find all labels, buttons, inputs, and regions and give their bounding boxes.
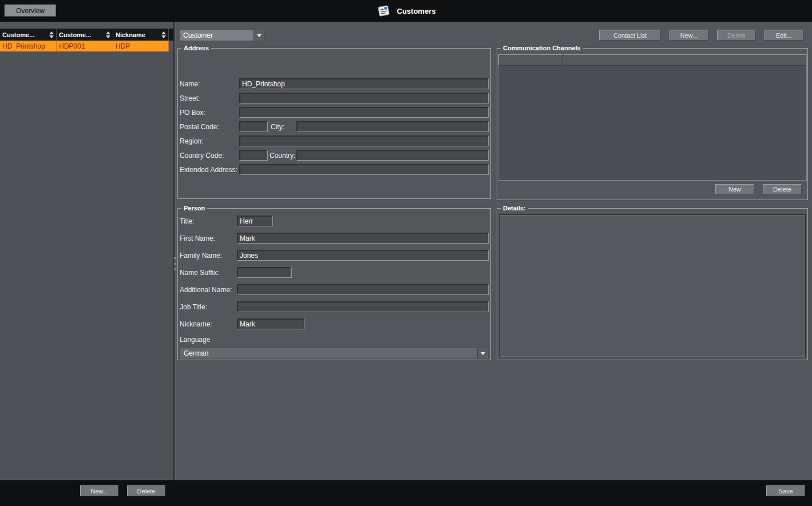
- title-label: Title:: [180, 217, 195, 225]
- country-field[interactable]: [296, 150, 489, 161]
- channel-new-button[interactable]: New: [715, 184, 754, 194]
- first-name-field[interactable]: [237, 233, 489, 244]
- address-group: Address Name: Street: PO Box: Postal Cod…: [177, 48, 491, 199]
- table-row-selected[interactable]: HD_Printshop HDP001 HDP: [0, 41, 169, 51]
- language-dropdown[interactable]: German: [180, 348, 489, 359]
- family-name-label: Family Name:: [180, 252, 222, 260]
- country-label: Country:: [270, 152, 295, 160]
- name-label: Name:: [180, 80, 200, 88]
- channels-table-header: [498, 54, 806, 66]
- column-header-customer-1[interactable]: Custome...: [0, 29, 57, 41]
- title-field[interactable]: [237, 216, 273, 226]
- language-label: Language: [180, 336, 210, 344]
- splitter-grip-icon[interactable]: [173, 256, 177, 271]
- job-title-field[interactable]: [237, 301, 489, 312]
- customers-icon: [377, 3, 391, 19]
- table-header-corner: [169, 29, 173, 41]
- chevron-down-icon[interactable]: [253, 30, 264, 41]
- street-label: Street:: [180, 94, 200, 102]
- person-group-title: Person: [181, 204, 207, 213]
- customer-new-button[interactable]: New...: [670, 30, 708, 41]
- job-title-label: Job Title:: [180, 303, 207, 311]
- channel-type-column-header[interactable]: [498, 54, 563, 66]
- customer-delete-button[interactable]: Delete: [717, 30, 756, 41]
- nickname-label: Nickname:: [180, 320, 212, 328]
- column-header-label: Nickname: [116, 31, 145, 38]
- first-name-label: First Name:: [180, 234, 215, 242]
- additional-name-label: Additional Name:: [180, 286, 232, 294]
- details-textarea[interactable]: [499, 214, 806, 357]
- top-bar: Overview Customers: [0, 0, 812, 22]
- channel-value-column-header[interactable]: [564, 54, 806, 66]
- chevron-down-icon[interactable]: [477, 348, 488, 358]
- name-field[interactable]: [239, 78, 489, 89]
- nickname-field[interactable]: [237, 318, 304, 329]
- sort-arrows-icon[interactable]: [161, 31, 166, 38]
- customer-view-dropdown[interactable]: Customer: [179, 30, 265, 41]
- communication-channels-title: Communication Channels: [501, 44, 583, 53]
- extended-address-label: Extended Address:: [180, 166, 237, 174]
- name-suffix-label: Name Suffix:: [180, 269, 219, 277]
- dropdown-selected-value: German: [180, 348, 477, 358]
- postal-code-field[interactable]: [239, 121, 268, 132]
- country-code-field[interactable]: [239, 150, 268, 161]
- channel-delete-button[interactable]: Delete: [763, 184, 802, 194]
- contact-list-button[interactable]: Contact List: [599, 30, 661, 41]
- list-new-button[interactable]: New...: [80, 485, 118, 496]
- region-field[interactable]: [239, 136, 489, 146]
- column-header-label: Custome...: [59, 31, 91, 38]
- cell-customer-number[interactable]: HDP001: [57, 41, 113, 51]
- extended-address-field[interactable]: [239, 164, 489, 175]
- save-button[interactable]: Save: [766, 485, 805, 496]
- address-group-title: Address: [181, 44, 211, 53]
- postal-code-label: Postal Code:: [180, 123, 219, 131]
- page-title-wrap: Customers: [0, 0, 812, 22]
- city-label: City:: [271, 123, 284, 131]
- sort-arrows-icon[interactable]: [49, 31, 54, 38]
- communication-channels-group: Communication Channels New Delete: [497, 48, 808, 200]
- sort-arrows-icon[interactable]: [106, 31, 110, 38]
- person-group: Person Title: First Name: Family Name: N…: [177, 208, 491, 360]
- customer-table-body[interactable]: [0, 51, 173, 479]
- dropdown-selected-value: Customer: [180, 30, 253, 41]
- page-title: Customers: [397, 7, 436, 15]
- street-field[interactable]: [239, 93, 489, 103]
- name-suffix-field[interactable]: [237, 267, 292, 278]
- cell-nickname[interactable]: HDP: [113, 41, 169, 51]
- list-delete-button[interactable]: Delete: [127, 485, 165, 496]
- overview-button[interactable]: Overview: [5, 5, 56, 17]
- panel-splitter[interactable]: [173, 22, 176, 480]
- country-code-label: Country Code:: [180, 152, 224, 160]
- bottom-bar: New... Delete Save: [0, 480, 812, 506]
- details-group: Details:: [497, 208, 808, 360]
- details-group-title: Details:: [501, 204, 528, 213]
- customer-table-header: Custome... Custome... Nickname: [0, 29, 173, 41]
- column-header-label: Custome...: [2, 31, 34, 38]
- additional-name-field[interactable]: [237, 284, 489, 295]
- family-name-field[interactable]: [237, 250, 489, 261]
- customer-edit-button[interactable]: Edit...: [765, 30, 803, 41]
- po-box-field[interactable]: [239, 107, 489, 118]
- channels-table: [498, 54, 807, 181]
- region-label: Region:: [180, 137, 203, 145]
- city-field[interactable]: [296, 121, 489, 132]
- cell-customer-name[interactable]: HD_Printshop: [0, 41, 57, 51]
- column-header-nickname[interactable]: Nickname: [113, 29, 169, 41]
- po-box-label: PO Box:: [180, 109, 205, 117]
- column-header-customer-2[interactable]: Custome...: [57, 29, 113, 41]
